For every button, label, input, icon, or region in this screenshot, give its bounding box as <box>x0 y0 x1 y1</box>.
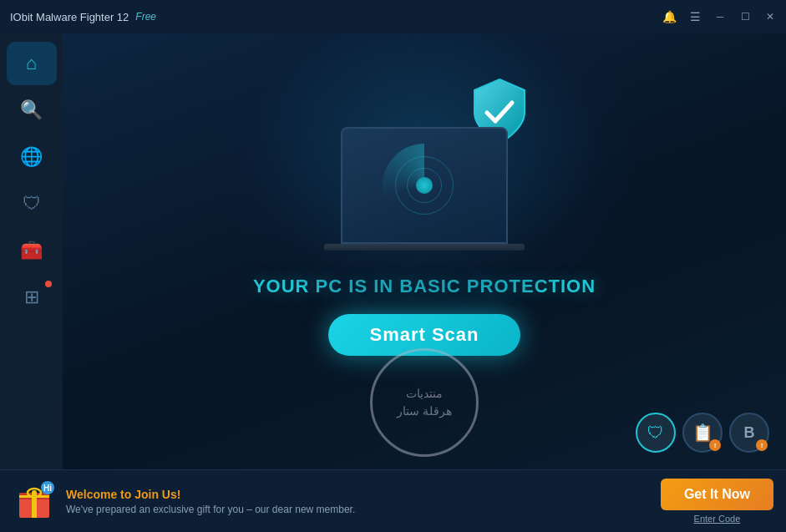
notification-badge <box>45 281 52 287</box>
banner-actions: Get It Now Enter Code <box>661 479 773 524</box>
b-label: B <box>744 424 755 442</box>
bottom-banner: Hi Welcome to Join Us! We've prepared an… <box>0 469 786 532</box>
titlebar-left: IObit Malware Fighter 12 Free <box>10 11 156 23</box>
b-badge: ! <box>756 439 768 451</box>
minimize-button[interactable]: ─ <box>714 11 726 23</box>
menu-icon[interactable]: ☰ <box>690 10 701 23</box>
status-text: YOUR PC IS IN BASIC PROTECTION <box>253 276 596 297</box>
stamp-line1: منتديات <box>406 385 443 403</box>
home-icon: ⌂ <box>26 53 37 74</box>
sidebar-item-tools[interactable]: 🧰 <box>7 229 57 272</box>
doc-status-icon[interactable]: 📋 ! <box>682 413 723 453</box>
illustration <box>291 58 558 259</box>
globe-icon: 🌐 <box>20 146 43 168</box>
sidebar-item-web[interactable]: 🌐 <box>7 135 57 179</box>
scan-icon: 🔍 <box>20 99 43 121</box>
sidebar-item-scan[interactable]: 🔍 <box>7 89 57 132</box>
titlebar-controls: 🔔 ☰ ─ ☐ ✕ <box>662 10 776 23</box>
app-title: IObit Malware Fighter 12 <box>10 11 129 23</box>
svg-text:Hi: Hi <box>43 484 52 493</box>
laptop-base <box>324 244 525 251</box>
protection-status-icon[interactable]: 🛡 <box>636 413 676 453</box>
svg-point-5 <box>32 490 37 495</box>
banner-description: We've prepared an exclusive gift for you… <box>66 504 651 515</box>
titlebar: IObit Malware Fighter 12 Free 🔔 ☰ ─ ☐ ✕ <box>0 0 786 33</box>
b-status-icon[interactable]: B ! <box>729 413 769 453</box>
notification-icon[interactable]: 🔔 <box>662 10 677 23</box>
sidebar-item-home[interactable]: ⌂ <box>7 42 57 85</box>
tools-icon: 🧰 <box>20 240 43 261</box>
sidebar-item-protection[interactable]: 🛡 <box>7 182 57 225</box>
radar <box>383 144 466 227</box>
enter-code-link[interactable]: Enter Code <box>694 514 741 524</box>
shield-icon: 🛡 <box>23 193 41 215</box>
app-badge: Free <box>135 11 156 23</box>
gift-icon: Hi <box>13 479 56 523</box>
laptop-screen <box>341 127 508 244</box>
get-it-now-button[interactable]: Get It Now <box>661 479 773 510</box>
doc-badge: ! <box>709 439 721 451</box>
main-layout: ⌂ 🔍 🌐 🛡 🧰 ⊞ <box>0 33 786 532</box>
status-icons: 🛡 📋 ! B ! <box>636 413 769 453</box>
banner-text: Welcome to Join Us! We've prepared an ex… <box>66 488 651 515</box>
close-button[interactable]: ✕ <box>764 11 776 23</box>
apps-icon: ⊞ <box>24 286 39 308</box>
sidebar-item-apps[interactable]: ⊞ <box>7 276 57 319</box>
watermark-stamp: منتديات هرقلة ستار <box>370 348 479 457</box>
sidebar: ⌂ 🔍 🌐 🛡 🧰 ⊞ <box>0 33 63 532</box>
maximize-button[interactable]: ☐ <box>739 11 751 23</box>
content-area: YOUR PC IS IN BASIC PROTECTION Smart Sca… <box>63 33 786 532</box>
banner-title: Welcome to Join Us! <box>66 488 651 501</box>
stamp-line2: هرقلة ستار <box>397 403 452 420</box>
